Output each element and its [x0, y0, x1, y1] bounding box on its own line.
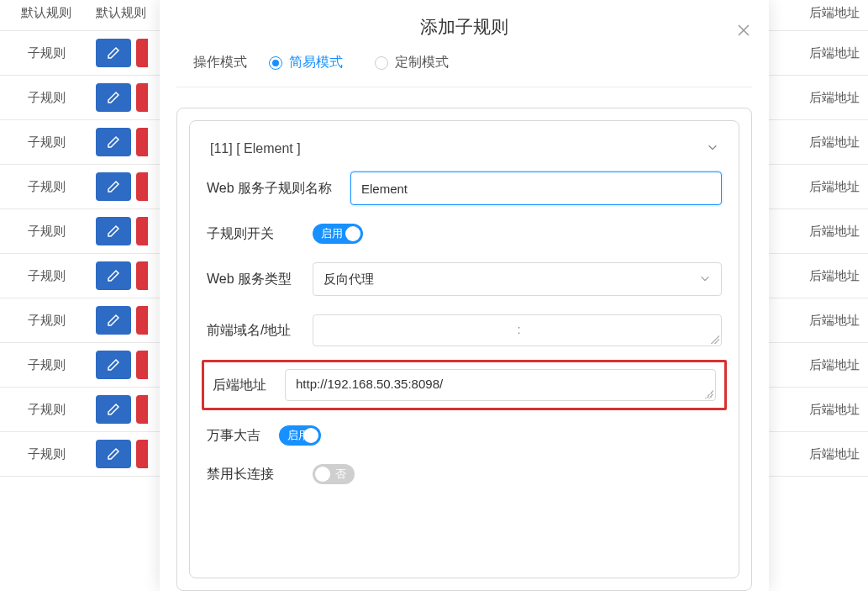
- chevron-down-icon: [699, 272, 711, 287]
- close-icon[interactable]: [737, 24, 750, 37]
- modal-header: 添加子规则 操作模式 简易模式 定制模式: [160, 0, 769, 87]
- modal-title: 添加子规则: [176, 15, 752, 39]
- radio-custom-mode[interactable]: 定制模式: [375, 54, 449, 71]
- label-lucky: 万事大吉: [207, 427, 266, 445]
- panel-outer: [11] [ Element ] Web 服务子规则名称 子规则开关 启用: [176, 108, 752, 591]
- radio-simple-mode[interactable]: 简易模式: [269, 54, 343, 71]
- switch-subrule[interactable]: 启用: [313, 224, 363, 244]
- chevron-down-icon: [707, 141, 718, 156]
- input-subrule-name[interactable]: [350, 171, 722, 205]
- mode-row: 操作模式 简易模式 定制模式: [176, 54, 752, 87]
- row-frontend: 前端域名/地址 :: [207, 314, 722, 346]
- label-switch: 子规则开关: [207, 225, 299, 243]
- select-web-service-type[interactable]: 反向代理: [313, 262, 722, 296]
- row-keepalive: 禁用长连接 否: [207, 464, 722, 484]
- label-type: Web 服务类型: [207, 271, 299, 288]
- row-name: Web 服务子规则名称: [207, 171, 722, 205]
- collapse-header[interactable]: [11] [ Element ]: [207, 133, 722, 171]
- modal-body: [11] [ Element ] Web 服务子规则名称 子规则开关 启用: [160, 87, 769, 591]
- label-frontend: 前端域名/地址: [207, 322, 299, 340]
- switch-keepalive[interactable]: 否: [313, 464, 355, 484]
- label-name: Web 服务子规则名称: [207, 180, 337, 198]
- collapse-title: [11] [ Element ]: [210, 141, 301, 156]
- switch-lucky[interactable]: 启用: [279, 425, 321, 446]
- highlight-backend: 后端地址 http://192.168.50.35:8098/: [202, 360, 727, 410]
- textarea-frontend[interactable]: :: [313, 314, 722, 346]
- add-subrule-modal: 添加子规则 操作模式 简易模式 定制模式 [11]: [160, 0, 769, 591]
- textarea-backend[interactable]: http://192.168.50.35:8098/: [285, 369, 716, 401]
- row-lucky: 万事大吉 启用: [207, 425, 722, 446]
- label-backend: 后端地址: [213, 377, 271, 394]
- row-type: Web 服务类型 反向代理: [207, 262, 722, 296]
- label-keepalive: 禁用长连接: [207, 466, 299, 483]
- row-switch: 子规则开关 启用: [207, 224, 722, 244]
- panel-inner: [11] [ Element ] Web 服务子规则名称 子规则开关 启用: [189, 120, 739, 578]
- modal-backdrop: 添加子规则 操作模式 简易模式 定制模式 [11]: [0, 0, 868, 591]
- mode-label: 操作模式: [193, 54, 247, 71]
